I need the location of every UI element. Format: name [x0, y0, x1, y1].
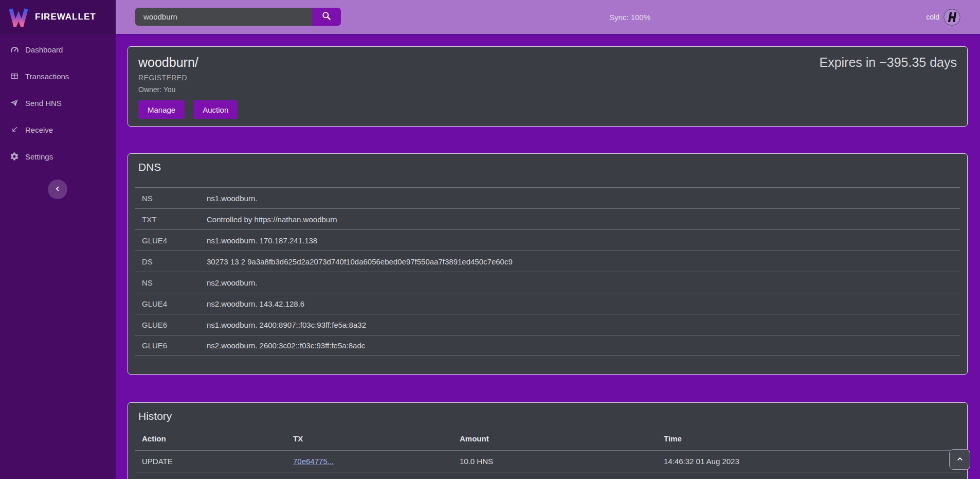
- wallet-selector[interactable]: cold: [926, 0, 960, 34]
- sidebar-item-settings[interactable]: Settings: [0, 143, 116, 170]
- dns-record-row: GLUE4 ns1.woodburn. 170.187.241.138: [135, 229, 960, 251]
- column-header-time: Time: [664, 434, 960, 443]
- dns-record-value: ns2.woodburn. 143.42.128.6: [207, 299, 304, 308]
- chevron-left-icon: [53, 185, 62, 194]
- column-header-action: Action: [135, 434, 293, 443]
- auction-button[interactable]: Auction: [193, 100, 238, 119]
- dns-record-type: NS: [135, 278, 207, 287]
- dashboard-gauge-icon: [9, 44, 20, 55]
- chevron-up-icon: [955, 454, 965, 465]
- wallet-name: cold: [926, 13, 939, 21]
- dns-record-type: DS: [135, 257, 207, 266]
- sidebar-item-transactions[interactable]: Transactions: [0, 63, 116, 90]
- dns-section-title: DNS: [128, 154, 967, 173]
- history-table-header: Action TX Amount Time: [135, 427, 960, 450]
- history-table: Action TX Amount Time UPDATE 70e64775...…: [135, 427, 960, 479]
- sidebar-item-label: Dashboard: [25, 45, 63, 54]
- dns-record-value: ns2.woodburn. 2600:3c02::f03c:93ff:fe5a:…: [207, 341, 365, 350]
- sync-status: Sync: 100%: [609, 0, 650, 34]
- receive-arrow-icon: [9, 125, 20, 135]
- sidebar-item-label: Send HNS: [25, 99, 62, 108]
- brand[interactable]: FIREWALLET: [0, 0, 116, 34]
- domain-owner: Owner: You: [138, 85, 957, 94]
- dns-record-value: ns1.woodburn.: [207, 194, 257, 203]
- sidebar-item-send-hns[interactable]: Send HNS: [0, 90, 116, 116]
- sidebar-item-label: Receive: [25, 126, 53, 134]
- dns-record-type: GLUE4: [135, 299, 207, 308]
- manage-button[interactable]: Manage: [138, 100, 185, 119]
- dns-record-type: TXT: [135, 215, 207, 224]
- column-header-amount: Amount: [460, 434, 664, 443]
- dns-record-row: NS ns1.woodburn.: [135, 187, 960, 208]
- dns-record-row: DS 30273 13 2 9a3a8fb3d625d2a2073d740f10…: [135, 251, 960, 272]
- dns-record-value: ns1.woodburn. 170.187.241.138: [207, 236, 317, 245]
- domain-expiry: Expires in ~395.35 days: [819, 55, 957, 70]
- dns-record-row: NS ns2.woodburn.: [135, 272, 960, 293]
- sidebar-nav: Dashboard Transactions Send HNS: [0, 36, 116, 170]
- dns-record-value: 30273 13 2 9a3a8fb3d625d2a2073d740f10da6…: [207, 257, 513, 266]
- dns-record-type: GLUE6: [135, 321, 207, 329]
- search-box: [135, 8, 341, 26]
- dns-record-value: ns2.woodburn.: [207, 278, 257, 287]
- brand-name: FIREWALLET: [35, 12, 96, 22]
- history-card: History Action TX Amount Time UPDATE 70e…: [128, 402, 968, 479]
- app-window: FIREWALLET Dashboard: [0, 0, 980, 479]
- domain-status: REGISTERED: [138, 74, 957, 82]
- sidebar-item-dashboard[interactable]: Dashboard: [0, 36, 116, 63]
- handshake-logo-icon: [943, 9, 960, 26]
- dns-record-type: NS: [135, 194, 207, 203]
- dns-record-value: ns1.woodburn. 2400:8907::f03c:93ff:fe5a:…: [207, 321, 366, 329]
- scroll-to-top-button[interactable]: [949, 449, 970, 470]
- search-input[interactable]: [135, 8, 312, 26]
- dns-record-row: GLUE6 ns1.woodburn. 2400:8907::f03c:93ff…: [135, 314, 960, 335]
- settings-gear-icon: [9, 151, 20, 162]
- dns-table: NS ns1.woodburn. TXT Controlled by https…: [135, 187, 960, 356]
- history-row: RENEW d7b4f6c2... 10.0 HNS 15:47:36 07 J…: [135, 472, 960, 479]
- dns-card: DNS NS ns1.woodburn. TXT Controlled by h…: [128, 153, 968, 375]
- dns-record-type: GLUE6: [135, 341, 207, 350]
- sidebar-collapse-button[interactable]: [48, 180, 67, 199]
- dns-record-value: Controlled by https://nathan.woodburn: [207, 215, 337, 224]
- sidebar: FIREWALLET Dashboard: [0, 0, 116, 479]
- sidebar-item-label: Settings: [25, 152, 53, 161]
- history-time: 14:46:32 01 Aug 2023: [664, 457, 960, 466]
- transactions-table-icon: [9, 71, 20, 81]
- history-row: UPDATE 70e64775... 10.0 HNS 14:46:32 01 …: [135, 450, 960, 472]
- sidebar-item-receive[interactable]: Receive: [0, 116, 116, 143]
- topbar: Sync: 100% cold: [116, 0, 980, 34]
- domain-actions: Manage Auction: [138, 100, 957, 119]
- history-section-title: History: [128, 403, 967, 422]
- history-amount: 10.0 HNS: [460, 457, 664, 466]
- dns-record-row: TXT Controlled by https://nathan.woodbur…: [135, 208, 960, 229]
- sidebar-item-label: Transactions: [25, 72, 69, 81]
- tx-link[interactable]: 70e64775...: [293, 457, 334, 466]
- domain-card: woodburn/ Expires in ~395.35 days REGIST…: [128, 46, 968, 127]
- history-action: UPDATE: [135, 457, 293, 466]
- column-header-tx: TX: [293, 434, 460, 443]
- dns-record-type: GLUE4: [135, 236, 207, 245]
- firewallet-logo-icon: [8, 7, 29, 27]
- search-button[interactable]: [312, 8, 341, 26]
- dns-record-row: GLUE4 ns2.woodburn. 143.42.128.6: [135, 293, 960, 314]
- search-icon: [321, 11, 332, 23]
- dns-record-row: GLUE6 ns2.woodburn. 2600:3c02::f03c:93ff…: [135, 335, 960, 356]
- send-paper-plane-icon: [9, 98, 20, 108]
